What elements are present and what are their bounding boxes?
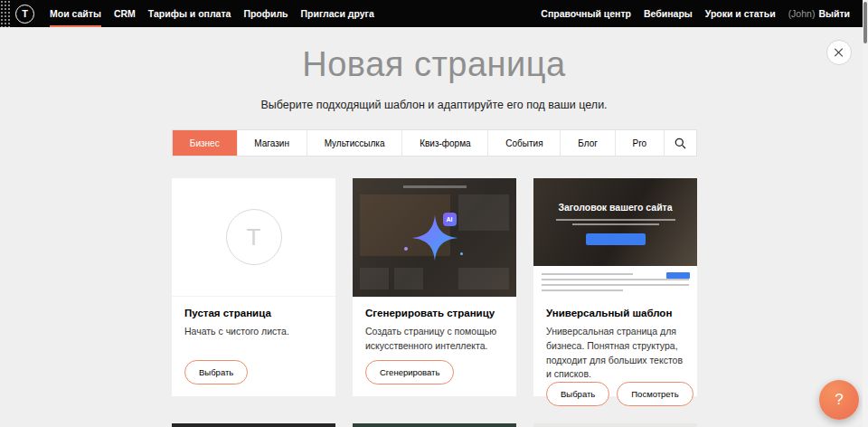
nav-webinars[interactable]: Вебинары [644,8,693,19]
preview-decor [403,185,467,188]
card-title: Сгенерировать страницу [365,308,504,318]
preview-text-line [542,273,633,275]
nav-crm[interactable]: CRM [114,0,136,27]
card-description: Универсальная страница для бизнеса. Поня… [546,325,684,382]
card-description: Создать страницу с помощью искусственног… [365,325,504,354]
preview-decor [394,268,423,289]
card-title: Пустая страница [184,308,323,318]
tilda-logo-letter: T [22,8,28,19]
template-card-ai: AI Сгенерировать страницу Создать страни… [353,178,516,396]
tab-quiz-form[interactable]: Квиз-форма [401,130,487,156]
template-card-partial[interactable] [172,423,335,427]
select-blank-button[interactable]: Выбрать [184,360,248,384]
nav-help-center[interactable]: Справочный центр [541,8,631,19]
card-body: Сгенерировать страницу Создать страницу … [353,297,516,396]
preview-cta-shape [586,233,646,245]
card-body: Универсальный шаблон Универсальная стран… [533,297,697,418]
scrollbar-thumb[interactable] [863,2,867,43]
tab-multilink[interactable]: Мультиссылка [307,130,402,156]
tilda-logo[interactable]: T [15,5,34,24]
dot-texture-pattern [0,0,12,27]
template-card-partial[interactable] [353,423,516,427]
preview-link-shape [666,272,690,279]
page-subtitle: Выберите подходящий шаблон и адаптируйте… [0,99,868,111]
template-card-universal: Заголовок вашего сайта Универсальный шаб… [533,178,697,396]
template-category-tabs: Бизнес Магазин Мультиссылка Квиз-форма С… [172,129,697,157]
preview-decor [458,195,509,231]
preview-text-line [542,284,689,286]
nav-invite-friend[interactable]: Пригласи друга [301,0,374,27]
help-button[interactable]: ? [819,380,859,420]
nav-label: Справочный центр [541,8,631,19]
nav-label: Вебинары [644,8,693,19]
nav-label: Мои сайты [50,8,101,19]
nav-label: CRM [114,8,136,19]
card-description: Начать с чистого листа. [184,325,323,339]
page-title: Новая страница [0,45,868,84]
nav-my-sites[interactable]: Мои сайты [50,0,101,27]
tab-search[interactable] [664,130,696,156]
tab-shop[interactable]: Магазин [237,130,307,156]
template-card-partial[interactable] [533,423,697,427]
generate-button[interactable]: Сгенерировать [365,360,454,384]
preview-decor [360,268,389,289]
tab-events[interactable]: События [487,130,560,156]
tab-business[interactable]: Бизнес [173,130,237,156]
preview-heading: Заголовок вашего сайта [558,202,672,213]
search-icon [675,138,686,149]
card-title: Универсальный шаблон [546,308,684,318]
preview-universal-button[interactable]: Посмотреть [617,382,693,406]
preview-text-line [542,289,623,291]
preview-text-line [542,279,689,280]
universal-card-preview[interactable]: Заголовок вашего сайта [533,178,697,297]
ai-badge: AI [443,213,457,226]
template-card-blank: T Пустая страница Начать с чистого листа… [172,178,335,396]
template-grid: T Пустая страница Начать с чистого листа… [172,178,697,427]
preview-hero: Заголовок вашего сайта [533,178,697,266]
secondary-nav: Справочный центр Вебинары Уроки и статьи… [541,8,868,19]
blank-card-preview[interactable]: T [172,178,335,297]
nav-label: Тарифы и оплата [148,8,231,19]
main-nav: Мои сайты CRM Тарифы и оплата Профиль Пр… [50,0,374,27]
preview-text-bar [556,219,675,221]
tab-pro[interactable]: Pro [615,130,664,156]
card-actions: Сгенерировать [365,360,504,384]
logout-label: Выйти [818,8,850,19]
sparkle-icon [460,252,463,255]
topbar: T Мои сайты CRM Тарифы и оплата Профиль … [0,0,868,27]
nav-label: Пригласи друга [301,8,374,19]
nav-logout[interactable]: (John) Выйти [788,8,850,19]
user-name: (John) [788,8,816,19]
card-actions: Выбрать Посмотреть [546,382,684,406]
scrollbar[interactable] [863,0,868,427]
nav-label: Профиль [243,8,288,19]
card-actions: Выбрать [184,360,323,384]
sparkle-icon [404,247,408,251]
new-page-modal: Новая страница Выберите подходящий шабло… [0,27,868,427]
ai-card-preview[interactable]: AI [353,178,516,297]
nav-label: Уроки и статьи [705,8,776,19]
tab-blog[interactable]: Блог [560,130,614,156]
tilda-watermark-letter: T [247,223,261,251]
nav-plans-payment[interactable]: Тарифы и оплата [148,0,231,27]
card-body: Пустая страница Начать с чистого листа. … [172,297,335,396]
preview-body-text [533,266,697,297]
tilda-watermark-icon: T [226,209,282,265]
preview-decor [458,268,509,289]
preview-text-bar [572,223,659,225]
nav-lessons-articles[interactable]: Уроки и статьи [705,8,776,19]
nav-profile[interactable]: Профиль [243,0,288,27]
select-universal-button[interactable]: Выбрать [546,382,609,406]
question-icon: ? [835,391,843,409]
